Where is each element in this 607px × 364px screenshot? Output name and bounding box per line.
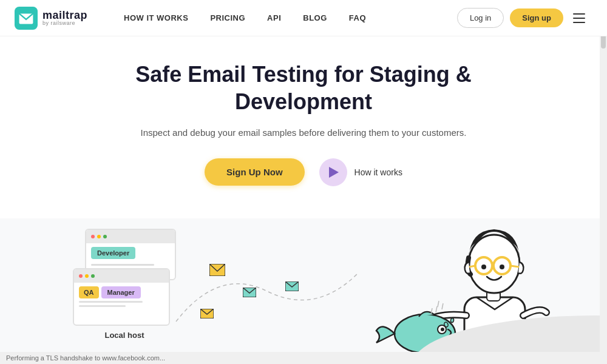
hero-subtitle: Inspect and debug your email samples bef… [140, 126, 467, 140]
envelope-1 [209, 264, 225, 276]
nav-links: HOW IT WORKS PRICING API BLOG FAQ [124, 13, 457, 22]
dot-green-2 [91, 274, 95, 278]
video-label: How it works [354, 167, 402, 177]
play-circle [319, 158, 347, 186]
dot-red [91, 235, 95, 238]
menu-button[interactable] [573, 8, 592, 28]
dot-red-2 [79, 274, 83, 278]
hero-section: Safe Email Testing for Staging & Develop… [0, 36, 607, 198]
status-bar: Performing a TLS handshake to www.facebo… [0, 352, 607, 364]
envelope-4 [285, 281, 299, 291]
manager-label: Manager [101, 286, 141, 298]
dotted-path [170, 255, 364, 334]
line-1 [91, 264, 154, 266]
device-row: QA Manager [79, 286, 164, 298]
svg-point-15 [481, 265, 486, 269]
video-button[interactable]: How it works [319, 158, 402, 186]
svg-line-14 [510, 266, 519, 267]
dot-yellow-2 [85, 274, 89, 278]
signup-cta-button[interactable]: Sign Up Now [205, 158, 305, 186]
bottom-device-lines [79, 301, 164, 307]
line-3 [79, 301, 143, 303]
svg-point-16 [500, 265, 504, 269]
nav-link-faq[interactable]: FAQ [349, 13, 366, 22]
logo-name: mailtrap [42, 10, 87, 21]
logo[interactable]: mailtrap by railsware [15, 7, 87, 30]
nav-actions: Log in Sign up [457, 8, 592, 28]
play-icon [329, 167, 339, 178]
illustration-area: Developer QA Manager [0, 218, 607, 364]
nav-link-blog[interactable]: BLOG [303, 13, 327, 22]
line-4 [79, 305, 126, 307]
menu-line-2 [573, 18, 585, 19]
menu-line-1 [573, 13, 585, 15]
hero-buttons: Sign Up Now How it works [12, 158, 595, 186]
nav-link-how-it-works[interactable]: HOW IT WORKS [124, 13, 188, 22]
dot-green [103, 235, 107, 238]
device-stack: Developer QA Manager [73, 229, 176, 326]
nav-link-api[interactable]: API [267, 13, 281, 22]
login-button[interactable]: Log in [457, 8, 504, 28]
dot-yellow [97, 235, 101, 238]
svg-line-13 [469, 266, 475, 267]
device-bottom: QA Manager [73, 268, 170, 326]
device-bottom-header [74, 269, 169, 283]
developer-label: Developer [91, 247, 135, 259]
status-text: Performing a TLS handshake to www.facebo… [6, 354, 165, 362]
logo-icon [15, 7, 38, 30]
hero-title: Safe Email Testing for Staging & Develop… [134, 61, 473, 115]
envelope-3 [200, 309, 214, 318]
signup-button[interactable]: Sign up [510, 8, 563, 27]
device-developer-header [86, 230, 175, 243]
navbar: mailtrap by railsware HOW IT WORKS PRICI… [0, 0, 607, 36]
menu-line-3 [573, 22, 585, 23]
qa-label: QA [79, 286, 99, 298]
local-host-label: Local host [73, 331, 176, 340]
logo-subtext: by railsware [42, 21, 87, 26]
envelope-2 [243, 288, 256, 297]
local-host-section: Developer QA Manager [73, 229, 176, 340]
nav-link-pricing[interactable]: PRICING [210, 13, 245, 22]
